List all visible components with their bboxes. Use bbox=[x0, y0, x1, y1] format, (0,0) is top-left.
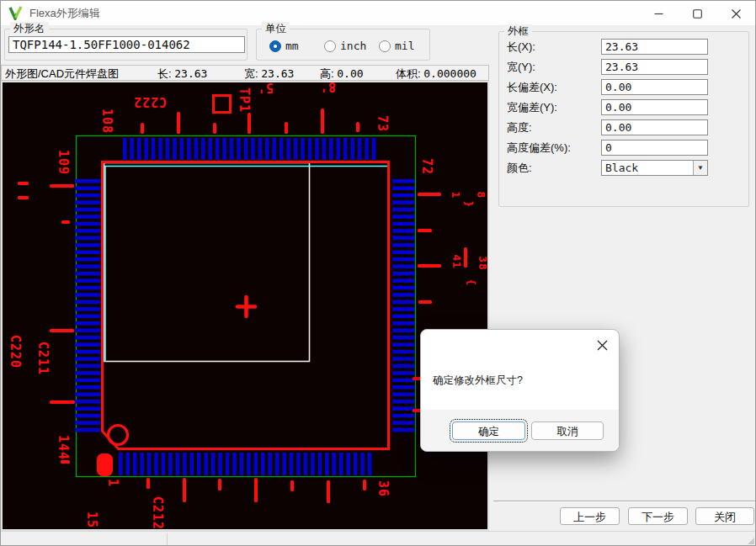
unit-radio-inch[interactable]: inch bbox=[324, 40, 366, 52]
pad-top bbox=[158, 138, 162, 160]
pad-left bbox=[75, 229, 100, 233]
color-field-label: 颜色: bbox=[507, 160, 532, 176]
resize-grip[interactable] bbox=[748, 538, 754, 544]
frame-field-input[interactable] bbox=[601, 79, 708, 95]
pad-top bbox=[187, 138, 191, 160]
status-bar bbox=[1, 531, 756, 546]
pad-top bbox=[258, 138, 263, 160]
shape-name-group: 外形名 bbox=[4, 29, 248, 61]
component-label: 36 bbox=[375, 480, 391, 497]
frame-field-input[interactable] bbox=[601, 119, 708, 135]
pad-right bbox=[392, 200, 415, 204]
pad-bottom bbox=[290, 453, 294, 475]
frame-field-input[interactable] bbox=[601, 39, 708, 55]
component-label: 41 bbox=[450, 254, 463, 269]
close-icon bbox=[597, 340, 608, 351]
info-field: 宽: 23.63 bbox=[244, 66, 294, 82]
close-window-button[interactable]: 关闭 bbox=[695, 507, 754, 525]
pad-top bbox=[130, 138, 134, 160]
pad-bottom bbox=[339, 453, 343, 475]
frame-field-label: 长(X): bbox=[507, 39, 535, 55]
close-button[interactable] bbox=[716, 1, 755, 26]
pad-left bbox=[75, 421, 100, 425]
pad-bottom bbox=[346, 453, 350, 475]
pad-left bbox=[75, 414, 100, 418]
frame-field-label: 宽(Y): bbox=[507, 59, 535, 75]
pad-left bbox=[75, 406, 100, 411]
chevron-down-icon[interactable]: ▼ bbox=[693, 161, 707, 175]
frame-field-label: 宽偏差(Y): bbox=[507, 99, 557, 115]
pad-right bbox=[392, 414, 415, 418]
pad-top bbox=[322, 138, 327, 160]
color-dropdown[interactable]: Black ▼ bbox=[601, 160, 708, 176]
dialog-close-button[interactable] bbox=[594, 337, 610, 353]
leader-tick bbox=[141, 123, 144, 134]
maximize-button[interactable] bbox=[678, 1, 716, 26]
pad-bottom bbox=[268, 453, 272, 475]
info-field-label: 体积: bbox=[396, 67, 421, 80]
pad-top bbox=[194, 138, 199, 160]
pad-left bbox=[75, 385, 100, 390]
pad-left bbox=[75, 286, 100, 290]
pad-right bbox=[392, 208, 415, 212]
frame-field-input[interactable] bbox=[601, 99, 708, 115]
pad-top bbox=[230, 138, 234, 160]
pad-bottom bbox=[197, 453, 201, 475]
info-field-label: 高: bbox=[320, 67, 334, 80]
pad-bottom bbox=[311, 453, 315, 475]
pad-top bbox=[343, 138, 348, 160]
ok-button[interactable]: 确定 bbox=[452, 421, 525, 440]
pad-bottom bbox=[204, 453, 208, 475]
next-step-button[interactable]: 下一步 bbox=[628, 507, 688, 525]
maximize-icon bbox=[693, 9, 702, 19]
leader-tick bbox=[464, 247, 467, 268]
pad-top bbox=[301, 138, 305, 160]
shape-name-input[interactable] bbox=[8, 36, 245, 53]
radio-circle-icon[interactable] bbox=[379, 40, 391, 52]
pad-right bbox=[392, 186, 415, 190]
pad-top bbox=[251, 138, 255, 160]
info-field-value: 23.63 bbox=[174, 67, 207, 80]
radio-label: mil bbox=[395, 40, 414, 52]
pad-right bbox=[392, 229, 415, 233]
pad-left bbox=[75, 342, 100, 347]
leader-tick bbox=[285, 122, 288, 134]
leader-tick bbox=[218, 479, 221, 490]
pad-left bbox=[75, 222, 100, 226]
unit-radio-mm[interactable]: mm bbox=[269, 40, 299, 52]
cancel-button[interactable]: 取消 bbox=[531, 421, 604, 440]
component-label: 144 bbox=[56, 435, 71, 460]
frame-field-input[interactable] bbox=[601, 59, 708, 75]
pad-right bbox=[392, 385, 415, 390]
component-label: C212 bbox=[150, 496, 165, 529]
frame-field-input[interactable] bbox=[601, 140, 708, 156]
confirm-dialog: 确定修改外框尺寸? 确定 取消 bbox=[420, 329, 620, 452]
cad-canvas[interactable]: 108C222TP15'8'73109721}84138{C220C211144… bbox=[1, 81, 489, 531]
component-label: { bbox=[465, 279, 477, 287]
pad-right bbox=[392, 393, 415, 397]
pad-right bbox=[392, 222, 415, 226]
pad-right bbox=[392, 400, 415, 404]
radio-circle-icon[interactable] bbox=[324, 40, 336, 52]
pad-bottom bbox=[218, 453, 222, 475]
prev-step-button[interactable]: 上一步 bbox=[560, 507, 620, 525]
dialog-message: 确定修改外框尺寸? bbox=[433, 374, 523, 388]
component-label: 8 bbox=[475, 192, 487, 199]
leader-tick bbox=[363, 480, 366, 490]
pad-right bbox=[392, 272, 415, 276]
pad-bottom bbox=[190, 453, 194, 475]
minimize-button[interactable] bbox=[639, 1, 678, 26]
pad-bottom bbox=[176, 453, 180, 475]
pad-top bbox=[208, 138, 212, 160]
pad-top bbox=[365, 138, 369, 160]
leader-tick bbox=[321, 109, 324, 134]
component-label: 109 bbox=[56, 150, 71, 175]
outer-frame-group-label: 外框 bbox=[504, 24, 532, 39]
pad-right bbox=[392, 328, 415, 332]
pad-left bbox=[75, 208, 100, 212]
pad-left bbox=[75, 393, 100, 397]
radio-circle-icon[interactable] bbox=[269, 40, 281, 52]
info-bar: 外形图/CAD元件焊盘图 长: 23.63宽: 23.63高: 0.00体积: … bbox=[1, 65, 489, 81]
pad-bottom bbox=[140, 453, 144, 475]
unit-radio-mil[interactable]: mil bbox=[379, 40, 414, 52]
